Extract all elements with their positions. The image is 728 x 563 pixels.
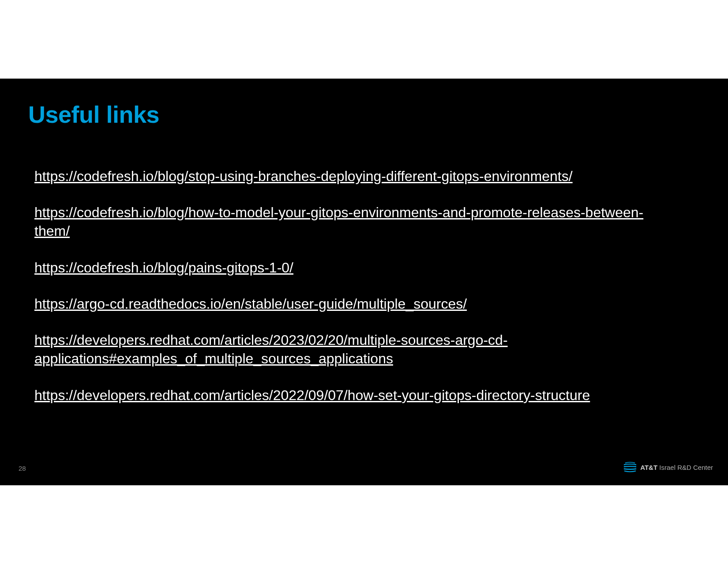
link-4[interactable]: https://argo-cd.readthedocs.io/en/stable… [34, 296, 467, 312]
list-item: https://codefresh.io/blog/pains-gitops-1… [34, 258, 652, 277]
list-item: https://developers.redhat.com/articles/2… [34, 386, 652, 404]
list-item: https://argo-cd.readthedocs.io/en/stable… [34, 295, 652, 313]
footer-logo: AT&T Israel R&D Center [623, 461, 713, 474]
link-2[interactable]: https://codefresh.io/blog/how-to-model-y… [34, 204, 643, 239]
footer-rest: Israel R&D Center [659, 464, 713, 471]
link-5[interactable]: https://developers.redhat.com/articles/2… [34, 332, 508, 367]
links-list: https://codefresh.io/blog/stop-using-bra… [34, 167, 652, 422]
att-globe-icon [623, 461, 637, 474]
footer-brand: AT&T [640, 464, 657, 471]
list-item: https://codefresh.io/blog/stop-using-bra… [34, 167, 652, 185]
slide-title: Useful links [28, 101, 159, 128]
footer-text: AT&T Israel R&D Center [640, 464, 713, 471]
list-item: https://codefresh.io/blog/how-to-model-y… [34, 203, 652, 240]
list-item: https://developers.redhat.com/articles/2… [34, 331, 652, 368]
link-1[interactable]: https://codefresh.io/blog/stop-using-bra… [34, 168, 573, 184]
page-number: 28 [19, 465, 26, 472]
slide: Useful links https://codefresh.io/blog/s… [0, 79, 728, 485]
link-3[interactable]: https://codefresh.io/blog/pains-gitops-1… [34, 260, 293, 276]
link-6[interactable]: https://developers.redhat.com/articles/2… [34, 387, 590, 403]
